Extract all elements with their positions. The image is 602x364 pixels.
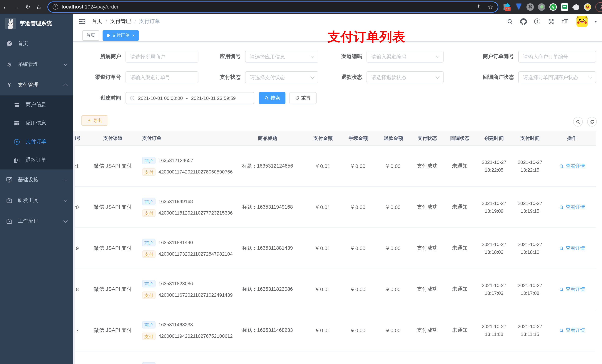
- sidebar-item-workflow[interactable]: 工作流程: [0, 211, 73, 232]
- extension-badge: 10: [505, 7, 511, 11]
- pay-status-input[interactable]: [246, 72, 318, 83]
- tab-home[interactable]: 首页: [82, 30, 99, 41]
- monitor-chart-icon: [6, 177, 12, 183]
- refund-status-select[interactable]: [366, 71, 443, 83]
- app-title: 芋道管理系统: [20, 20, 52, 27]
- browser-update-button[interactable]: 更新 ⋮: [595, 2, 602, 12]
- tab-pay-order[interactable]: 支付订单 ×: [103, 30, 139, 41]
- col-title: 商品标题: [230, 135, 305, 142]
- close-icon[interactable]: ×: [132, 33, 135, 38]
- table-row: 20 微信 JSAPI 支付 商户 1635311949168 支付 42000…: [75, 187, 596, 228]
- sidebar-item-system[interactable]: ⚙ 系统管理: [0, 54, 73, 75]
- extension-chat-icon[interactable]: [561, 3, 568, 10]
- cell-create-time: 2021-10-2713:18:02: [476, 240, 512, 256]
- fullscreen-icon[interactable]: [548, 18, 554, 25]
- search-icon[interactable]: [507, 18, 513, 25]
- extension-kite-icon[interactable]: [515, 3, 522, 10]
- avatar-caret-icon[interactable]: ▾: [595, 19, 597, 24]
- github-icon[interactable]: [520, 18, 527, 25]
- sidebar-item-dev-tools[interactable]: 研发工具: [0, 190, 73, 211]
- extension-diamond-icon[interactable]: 10: [504, 3, 511, 10]
- app-input[interactable]: [246, 51, 318, 62]
- app-logo[interactable]: 芋道管理系统: [0, 14, 73, 33]
- cell-order: 商户 1635312124657 支付 42000011742021102780…: [137, 157, 230, 176]
- magnifier-icon: [559, 287, 564, 292]
- cell-channel: 微信 JSAPI 支付: [89, 204, 137, 210]
- cell-pay-status: 支付成功: [411, 245, 443, 251]
- bookmark-star-icon[interactable]: ☆: [488, 3, 493, 10]
- channel-order-no-input[interactable]: [126, 72, 198, 83]
- extension-record-icon[interactable]: [538, 3, 545, 10]
- date-range-picker[interactable]: 2021-10-01 00:00:00 - 2021-10-31 23:59:5…: [126, 92, 254, 104]
- sidebar-item-merchant-info[interactable]: 商户信息: [0, 95, 73, 114]
- refund-status-input[interactable]: [367, 72, 443, 83]
- reset-button[interactable]: 重置: [289, 92, 317, 104]
- breadcrumb: 首页 / 支付管理 / 支付订单: [92, 18, 160, 25]
- address-bar[interactable]: i localhost:1024/pay/order ☆: [47, 1, 498, 12]
- breadcrumb-current: 支付订单: [139, 18, 160, 25]
- font-size-icon[interactable]: TT: [561, 18, 568, 25]
- cell-create-time: 2021-10-2713:17:03: [476, 281, 512, 297]
- extension-command-icon[interactable]: ⌘: [527, 3, 534, 10]
- briefcase-icon: [6, 218, 12, 224]
- export-button[interactable]: 导出: [81, 115, 107, 126]
- view-detail-link[interactable]: 查看详情: [559, 245, 585, 251]
- merchant-input[interactable]: [126, 51, 198, 62]
- date-end[interactable]: 2021-10-31 23:59:59: [191, 95, 236, 101]
- sidebar-item-home[interactable]: 首页: [0, 33, 73, 54]
- extensions-puzzle-icon[interactable]: [572, 3, 580, 10]
- view-detail-link[interactable]: 查看详情: [559, 163, 585, 169]
- cell-refund: ¥ 0.00: [376, 327, 411, 333]
- pay-status-select[interactable]: [245, 71, 318, 83]
- browser-reload-icon[interactable]: ↻: [22, 3, 33, 10]
- clock-icon: [129, 95, 135, 101]
- merchant-order-no-input[interactable]: [519, 51, 596, 62]
- url-text[interactable]: localhost:1024/pay/order: [62, 4, 118, 10]
- cell-amount: ¥ 0.01: [305, 245, 341, 251]
- channel-order-no-field[interactable]: [126, 71, 198, 83]
- sidebar-toggle-icon[interactable]: [78, 18, 86, 25]
- browser-home-icon[interactable]: ⌂: [33, 3, 44, 11]
- table-row: 18 微信 JSAPI 支付 商户 1635311823086 支付 42000…: [75, 269, 596, 310]
- sidebar-item-refund-order[interactable]: 退款订单: [0, 151, 73, 169]
- view-detail-link[interactable]: 查看详情: [559, 327, 585, 334]
- sidebar-item-pay-order[interactable]: ¥ 支付订单: [0, 132, 73, 151]
- breadcrumb-home[interactable]: 首页: [92, 18, 102, 25]
- merchant-select[interactable]: [126, 51, 198, 62]
- table-header-row: 编号 支付渠道 支付订单 商品标题 支付金额 手续金额 退款金额 支付状态 回调…: [75, 131, 596, 146]
- profile-avatar-icon[interactable]: [584, 3, 591, 10]
- share-icon[interactable]: [475, 4, 481, 10]
- cell-title: 标题：1635311823086: [230, 286, 305, 293]
- cell-order: 商户 1635311881440 支付 42000011732021102728…: [137, 239, 230, 258]
- notify-status-input[interactable]: [519, 72, 596, 83]
- cell-actions: 查看详情: [548, 286, 596, 293]
- main-area: 支付订单列表 首页 / 支付管理 / 支付订单 ?: [73, 14, 602, 364]
- browser-forward-icon[interactable]: →: [11, 3, 22, 10]
- cell-fee: ¥ 0.00: [341, 327, 376, 333]
- refresh-button[interactable]: [587, 117, 597, 126]
- merchant-order-no: 1635312124657: [159, 157, 193, 163]
- breadcrumb-payment[interactable]: 支付管理: [110, 18, 131, 25]
- gear-icon: ⚙: [6, 62, 12, 67]
- notify-status-select[interactable]: [518, 71, 596, 83]
- channel-code-select[interactable]: [366, 51, 443, 62]
- help-icon[interactable]: ?: [534, 18, 541, 25]
- extension-y-icon[interactable]: y: [549, 3, 557, 10]
- view-detail-link[interactable]: 查看详情: [559, 204, 585, 210]
- cell-actions: 查看详情: [548, 327, 596, 334]
- sidebar-item-infrastructure[interactable]: 基础设施: [0, 169, 73, 190]
- sidebar-item-payment[interactable]: ¥ 支付管理: [0, 75, 73, 95]
- merchant-order-no-field[interactable]: [518, 51, 596, 62]
- site-info-icon[interactable]: i: [53, 4, 58, 10]
- user-avatar[interactable]: [577, 16, 588, 27]
- sidebar-item-app-info[interactable]: 应用信息: [0, 114, 73, 132]
- toggle-search-button[interactable]: [573, 117, 583, 126]
- view-detail-link[interactable]: 查看详情: [559, 286, 585, 293]
- date-start[interactable]: 2021-10-01 00:00:00: [138, 95, 183, 101]
- channel-code-input[interactable]: [367, 51, 443, 62]
- search-button[interactable]: 搜索: [259, 92, 285, 104]
- cell-amount: ¥ 0.01: [305, 286, 341, 292]
- col-channel: 支付渠道: [89, 135, 137, 142]
- app-select[interactable]: [245, 51, 318, 62]
- browser-back-icon[interactable]: ←: [0, 3, 11, 10]
